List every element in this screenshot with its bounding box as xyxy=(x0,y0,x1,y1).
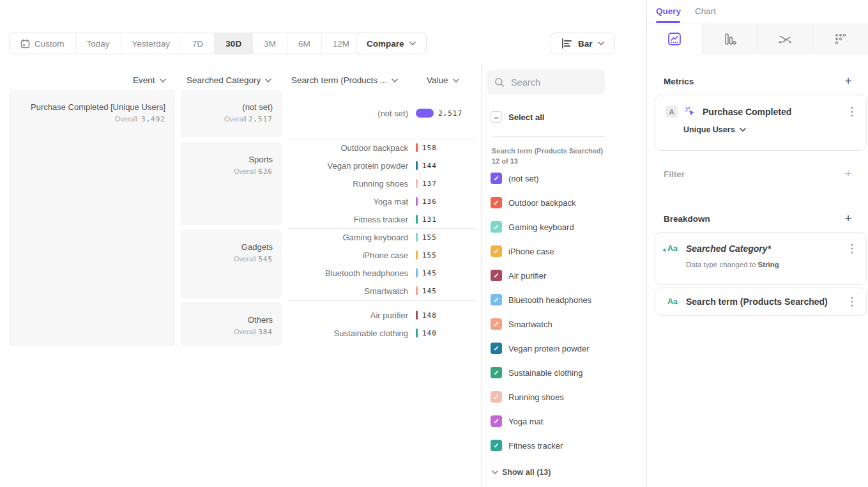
date-range-label: Today xyxy=(87,39,110,49)
date-range-6m[interactable]: 6M xyxy=(287,33,321,54)
string-property-icon: Aa* xyxy=(666,243,680,254)
date-range-custom[interactable]: Custom xyxy=(10,33,75,54)
breakdown-card[interactable]: Aa* Searched Category* Data type changed… xyxy=(655,232,867,285)
term-filter-checkbox[interactable]: ✓Smartwatch xyxy=(491,318,552,330)
term-value: 2,517 xyxy=(438,109,462,118)
metric-card[interactable]: A Purchase Completed Unique Users xyxy=(655,95,867,151)
event-card[interactable]: Purchase Completed [Unique Users] Overal… xyxy=(9,89,175,346)
date-range-control: CustomTodayYesterday7D30D3M6M12MXTD xyxy=(9,33,411,54)
column-header-value[interactable]: Value xyxy=(427,75,459,85)
term-filter-checkbox[interactable]: ✓Fitness tracker xyxy=(491,440,563,451)
term-value: 145 xyxy=(422,269,437,277)
category-column-label: Searched Category xyxy=(187,75,261,85)
term-row[interactable]: Fitness tracker131 xyxy=(287,210,476,228)
chart-type-dropdown[interactable]: Bar xyxy=(551,33,615,54)
chevron-down-icon xyxy=(160,79,166,82)
category-card[interactable]: GadgetsOverall 545 xyxy=(181,229,282,298)
kebab-menu-icon[interactable] xyxy=(847,106,857,118)
term-filter-checkbox[interactable]: ✓Gaming keyboard xyxy=(491,221,574,233)
category-overall: Overall 2,517 xyxy=(187,115,273,123)
term-filter-label: Vegan protein powder xyxy=(508,344,589,353)
term-row[interactable]: Smartwatch145 xyxy=(287,282,476,300)
kebab-menu-icon[interactable] xyxy=(847,296,857,307)
term-row[interactable]: Gaming keyboard155 xyxy=(287,228,476,246)
tab-flows[interactable] xyxy=(758,24,813,54)
retention-icon xyxy=(834,32,848,46)
compare-button[interactable]: Compare xyxy=(356,33,427,54)
term-filter-checkbox[interactable]: ✓iPhone case xyxy=(491,245,554,257)
term-label: Smartwatch xyxy=(287,286,416,296)
term-row[interactable]: Air purifier148 xyxy=(287,306,476,324)
category-title: Sports xyxy=(187,154,273,165)
flows-icon xyxy=(777,32,793,46)
category-card[interactable]: SportsOverall 636 xyxy=(181,142,282,225)
term-row[interactable]: Outdoor backpack158 xyxy=(287,139,476,157)
term-filter-checkbox[interactable]: ✓Air purifier xyxy=(491,270,546,281)
tab-funnels[interactable] xyxy=(702,24,758,54)
search-input[interactable] xyxy=(511,77,594,88)
term-group: Air purifier148Sustainable clothing140 xyxy=(287,306,476,342)
tab-retention[interactable] xyxy=(812,24,868,54)
checkbox-checked-icon: ✓ xyxy=(491,391,502,403)
chevron-down-icon xyxy=(265,79,271,82)
term-value: 131 xyxy=(422,215,437,224)
term-group: (not set)2,517 xyxy=(287,104,476,122)
chevron-down-icon xyxy=(492,470,498,474)
date-range-7d[interactable]: 7D xyxy=(181,33,214,54)
term-row[interactable]: Yoga mat136 xyxy=(287,192,476,210)
term-row[interactable]: Sustainable clothing140 xyxy=(287,324,476,342)
term-filter-checkbox[interactable]: ✓Sustainable clothing xyxy=(491,367,582,378)
term-row[interactable]: iPhone case155 xyxy=(287,246,476,264)
add-filter-button[interactable]: + xyxy=(841,167,855,181)
terms-group-label: Search term (Products Searched) 12 of 13 xyxy=(492,146,604,166)
date-range-30d[interactable]: 30D xyxy=(214,33,252,54)
term-filter-checkbox[interactable]: ✓Outdoor backpack xyxy=(491,197,576,208)
term-filter-label: Fitness tracker xyxy=(508,441,563,451)
breakdown-note: Data type changed to String xyxy=(686,261,857,268)
add-breakdown-button[interactable]: + xyxy=(841,212,855,226)
metric-aggregation-dropdown[interactable]: Unique Users xyxy=(683,125,857,134)
value-bar xyxy=(416,251,418,259)
date-range-today[interactable]: Today xyxy=(75,33,121,54)
checkbox-checked-icon: ✓ xyxy=(491,294,502,305)
add-metric-button[interactable]: + xyxy=(841,74,855,88)
funnels-icon xyxy=(723,32,737,46)
value-bar xyxy=(416,233,418,242)
term-row[interactable]: (not set)2,517 xyxy=(287,104,476,122)
term-row[interactable]: Bluetooth headphones145 xyxy=(287,264,476,282)
term-filter-checkbox[interactable]: ✓Running shoes xyxy=(491,391,564,403)
column-header-event[interactable]: Event xyxy=(133,75,166,85)
kebab-menu-icon[interactable] xyxy=(847,243,857,254)
category-card[interactable]: (not set)Overall 2,517 xyxy=(181,89,282,137)
date-range-12m[interactable]: 12M xyxy=(321,33,360,54)
term-label: iPhone case xyxy=(287,251,416,260)
date-range-yesterday[interactable]: Yesterday xyxy=(121,33,181,54)
search-box[interactable] xyxy=(487,70,605,95)
term-filter-checkbox[interactable]: ✓Bluetooth headphones xyxy=(491,294,591,305)
tab-query[interactable]: Query xyxy=(656,6,681,16)
term-filter-checkbox[interactable]: ✓(not set) xyxy=(491,173,539,184)
group-separator xyxy=(287,300,476,301)
breakdown-card[interactable]: Aa Search term (Products Searched) xyxy=(655,288,867,316)
column-header-term[interactable]: Search term (Products ... xyxy=(291,75,398,85)
date-range-3m[interactable]: 3M xyxy=(252,33,287,54)
term-filter-label: Air purifier xyxy=(508,271,546,281)
breakdown-heading: Breakdown xyxy=(664,214,710,224)
term-row[interactable]: Running shoes137 xyxy=(287,174,476,192)
checkbox-checked-icon: ✓ xyxy=(491,367,502,378)
category-card[interactable]: OthersOverall 384 xyxy=(181,302,282,346)
term-group: Gaming keyboard155iPhone case155Bluetoot… xyxy=(287,228,476,300)
insights-icon xyxy=(667,32,681,46)
term-label: Sustainable clothing xyxy=(287,329,416,338)
term-filter-checkbox[interactable]: ✓Yoga mat xyxy=(491,415,543,427)
term-label: Yoga mat xyxy=(287,197,416,206)
term-value: 137 xyxy=(422,180,437,188)
tab-insights[interactable] xyxy=(647,24,702,54)
metrics-heading: Metrics xyxy=(664,77,694,86)
select-all-checkbox[interactable]: – Select all xyxy=(491,111,544,123)
show-all-button[interactable]: Show all (13) xyxy=(492,468,551,477)
tab-chart[interactable]: Chart xyxy=(695,6,716,16)
column-header-category[interactable]: Searched Category xyxy=(187,75,271,85)
term-filter-checkbox[interactable]: ✓Vegan protein powder xyxy=(491,343,589,354)
term-row[interactable]: Vegan protein powder144 xyxy=(287,157,476,174)
